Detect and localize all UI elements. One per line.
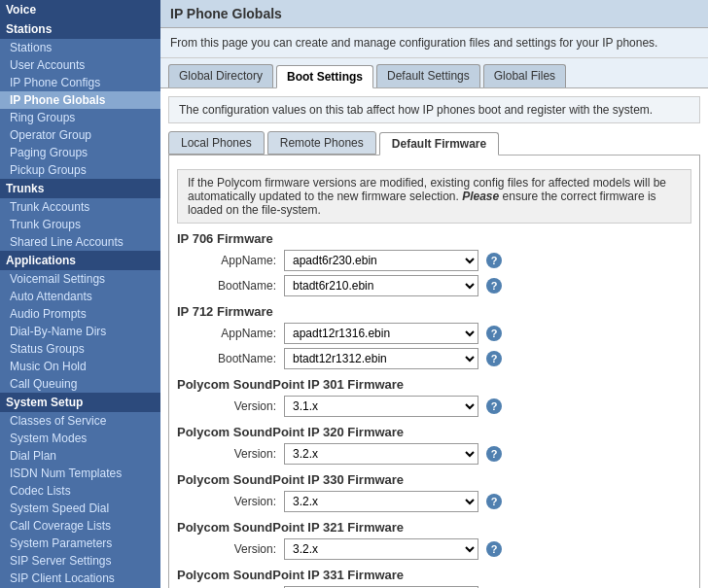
sidebar-item-dial-plan[interactable]: Dial Plan [0, 447, 160, 465]
firmware-select-2-0[interactable]: 3.1.x [284, 396, 478, 417]
sidebar-item-system-modes[interactable]: System Modes [0, 430, 160, 447]
sidebar-item-ring-groups[interactable]: Ring Groups [0, 109, 160, 126]
sidebar-section-header: Stations [0, 19, 160, 39]
help-icon[interactable]: ? [486, 326, 502, 341]
help-icon[interactable]: ? [486, 494, 502, 509]
firmware-row: BootName:btadt6r210.ebin? [196, 275, 691, 296]
sidebar-section-header: System Setup [0, 393, 160, 412]
firmware-section-title-3: Polycom SoundPoint IP 320 Firmware [177, 425, 691, 439]
firmware-warning: If the Polycom firmware versions are mod… [177, 169, 691, 224]
sidebar-item-trunk-groups[interactable]: Trunk Groups [0, 216, 160, 233]
help-icon[interactable]: ? [486, 253, 502, 268]
firmware-content: If the Polycom firmware versions are mod… [168, 155, 700, 588]
sidebar-item-voicemail-settings[interactable]: Voicemail Settings [0, 270, 160, 288]
main-content: IP Phone Globals From this page you can … [160, 0, 708, 588]
firmware-select-1-0[interactable]: apadt12r1316.ebin [284, 323, 478, 344]
sidebar-title: Voice [0, 0, 160, 19]
sidebar-item-isdn-num-templates[interactable]: ISDN Num Templates [0, 465, 160, 482]
sidebar-item-system-speed-dial[interactable]: System Speed Dial [0, 500, 160, 517]
page-description: From this page you can create and manage… [160, 28, 708, 58]
sidebar-item-ip-phone-configs[interactable]: IP Phone Configs [0, 74, 160, 91]
help-icon[interactable]: ? [486, 351, 502, 366]
sidebar-item-auto-attendants[interactable]: Auto Attendants [0, 288, 160, 305]
top-tab-global-directory[interactable]: Global Directory [168, 64, 273, 87]
firmware-select-1-1[interactable]: btadt12r1312.ebin [284, 348, 478, 369]
top-tab-global-files[interactable]: Global Files [483, 64, 566, 87]
help-icon[interactable]: ? [486, 446, 502, 462]
firmware-section-title-0: IP 706 Firmware [177, 231, 691, 246]
sidebar-item-call-queuing[interactable]: Call Queuing [0, 375, 160, 393]
firmware-section-title-1: IP 712 Firmware [177, 304, 691, 319]
top-tab-boot-settings[interactable]: Boot Settings [276, 65, 373, 88]
sidebar-item-music-on-hold[interactable]: Music On Hold [0, 358, 160, 375]
sidebar-item-call-coverage-lists[interactable]: Call Coverage Lists [0, 517, 160, 535]
firmware-select-0-1[interactable]: btadt6r210.ebin [284, 275, 478, 296]
info-box: The configuration values on this tab aff… [168, 96, 700, 123]
firmware-row: AppName:apadt12r1316.ebin? [196, 323, 691, 344]
firmware-row: Version:3.2.x? [196, 491, 691, 512]
help-icon[interactable]: ? [486, 398, 502, 414]
sidebar-item-trunk-accounts[interactable]: Trunk Accounts [0, 198, 160, 216]
firmware-row: Version:3.2.x? [196, 538, 691, 560]
firmware-select-0-0[interactable]: apadt6r230.ebin [284, 250, 478, 271]
sidebar-item-status-groups[interactable]: Status Groups [0, 340, 160, 358]
firmware-field-label: Version: [196, 447, 284, 461]
firmware-field-label: AppName: [196, 254, 284, 267]
firmware-field-label: Version: [196, 399, 284, 413]
firmware-section-title-5: Polycom SoundPoint IP 321 Firmware [177, 520, 691, 535]
sidebar-item-pickup-groups[interactable]: Pickup Groups [0, 161, 160, 179]
firmware-field-label: Version: [196, 542, 284, 556]
sidebar-item-sip-client-locations[interactable]: SIP Client Locations [0, 570, 160, 587]
sub-tab-local-phones[interactable]: Local Phones [168, 131, 265, 155]
sub-tab-remote-phones[interactable]: Remote Phones [267, 131, 376, 155]
sidebar-item-ip-phone-globals[interactable]: IP Phone Globals [0, 91, 160, 109]
firmware-row: AppName:apadt6r230.ebin? [196, 250, 691, 271]
sidebar-item-user-accounts[interactable]: User Accounts [0, 56, 160, 74]
sidebar-item-operator-group[interactable]: Operator Group [0, 126, 160, 144]
sidebar-item-dial-by-name-dirs[interactable]: Dial-By-Name Dirs [0, 323, 160, 340]
sidebar-item-audio-prompts[interactable]: Audio Prompts [0, 305, 160, 323]
sidebar-item-codec-lists[interactable]: Codec Lists [0, 482, 160, 500]
top-tabs: Global DirectoryBoot SettingsDefault Set… [160, 58, 708, 88]
sidebar-item-system-parameters[interactable]: System Parameters [0, 535, 160, 552]
top-tab-default-settings[interactable]: Default Settings [376, 64, 480, 87]
sidebar-item-paging-groups[interactable]: Paging Groups [0, 144, 160, 161]
firmware-field-label: BootName: [196, 352, 284, 365]
firmware-select-3-0[interactable]: 3.2.x [284, 443, 478, 465]
sidebar-item-classes-of-service[interactable]: Classes of Service [0, 412, 160, 430]
firmware-row: BootName:btadt12r1312.ebin? [196, 348, 691, 369]
sidebar-section-header: Trunks [0, 179, 160, 198]
firmware-row: Version:3.1.x? [196, 396, 691, 417]
firmware-select-5-0[interactable]: 3.2.x [284, 538, 478, 560]
sub-tab-default-firmware[interactable]: Default Firmware [379, 132, 499, 156]
firmware-row: Version:3.2.x? [196, 443, 691, 465]
help-icon[interactable]: ? [486, 278, 502, 294]
page-title: IP Phone Globals [160, 0, 708, 28]
sidebar-item-sip-server-settings[interactable]: SIP Server Settings [0, 552, 160, 570]
firmware-field-label: BootName: [196, 279, 284, 293]
sidebar-item-shared-line-accounts[interactable]: Shared Line Accounts [0, 233, 160, 251]
firmware-section-title-2: Polycom SoundPoint IP 301 Firmware [177, 377, 691, 392]
help-icon[interactable]: ? [486, 541, 502, 557]
firmware-sections-container: IP 706 FirmwareAppName:apadt6r230.ebin?B… [177, 231, 691, 588]
sidebar-section-header: Applications [0, 251, 160, 270]
firmware-section-title-4: Polycom SoundPoint IP 330 Firmware [177, 472, 691, 487]
firmware-field-label: Version: [196, 495, 284, 508]
firmware-select-4-0[interactable]: 3.2.x [284, 491, 478, 512]
sidebar: Voice StationsStationsUser AccountsIP Ph… [0, 0, 160, 588]
firmware-section-title-6: Polycom SoundPoint IP 331 Firmware [177, 568, 691, 582]
firmware-field-label: AppName: [196, 327, 284, 340]
sub-tabs: Local PhonesRemote PhonesDefault Firmwar… [168, 131, 700, 155]
sidebar-item-stations[interactable]: Stations [0, 39, 160, 56]
